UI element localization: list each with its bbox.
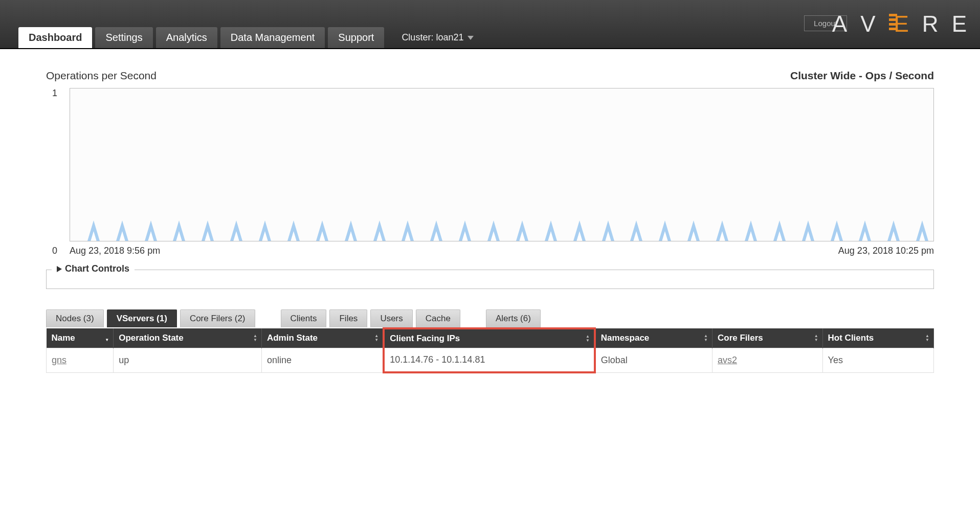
chevron-down-icon (467, 36, 474, 40)
cell-hot-clients: Yes (822, 348, 933, 373)
chart-title: Operations per Second (46, 70, 157, 82)
chart-spike (859, 220, 871, 241)
x-end: Aug 23, 2018 10:25 pm (838, 246, 934, 256)
chart-header: Operations per Second Cluster Wide - Ops… (46, 70, 934, 82)
chart-spike (802, 220, 814, 241)
chart-spike (831, 220, 843, 241)
sort-icon: ▲▼ (253, 335, 257, 342)
chart-spike (345, 220, 357, 241)
chart-spike (259, 220, 271, 241)
chart-spike (430, 220, 442, 241)
top-bar: Logout A V E R E DashboardSettingsAnalyt… (0, 0, 980, 49)
cluster-selector[interactable]: Cluster: loan21 (402, 32, 474, 48)
chart-spike (87, 220, 100, 241)
cell-namespace: Global (595, 348, 712, 373)
chart-spike (202, 220, 214, 241)
nav-tab-data-management[interactable]: Data Management (220, 27, 325, 48)
link-gns[interactable]: gns (52, 355, 66, 365)
col-client-facing-ips[interactable]: Client Facing IPs▲▼ (384, 328, 595, 348)
brand-logo: A V E R E (832, 11, 967, 37)
chart-spike (716, 220, 728, 241)
col-namespace[interactable]: Namespace▲▼ (595, 328, 712, 348)
chart-spike (916, 220, 928, 241)
subtabs: Nodes (3)VServers (1)Core Filers (2)Clie… (46, 309, 934, 327)
sort-icon: ▲▼ (704, 335, 708, 342)
nav-tab-support[interactable]: Support (328, 27, 384, 48)
y-tick: 1 (52, 88, 57, 99)
subtab-cache[interactable]: Cache (416, 309, 460, 327)
cell-client-facing-ips: 10.1.14.76 - 10.1.14.81 (384, 348, 595, 373)
nav-tab-settings[interactable]: Settings (95, 27, 152, 48)
sort-icon: ▲▼ (925, 335, 929, 342)
chart-controls: Chart Controls (46, 270, 934, 289)
subtab-nodes-3[interactable]: Nodes (3) (46, 309, 104, 327)
chart-series (70, 88, 933, 241)
chart-spike (173, 220, 185, 241)
sort-icon: ▲▼ (814, 335, 818, 342)
cell-admin-state: online (261, 348, 384, 373)
chart-spike (145, 220, 157, 241)
x-start: Aug 23, 2018 9:56 pm (70, 246, 160, 256)
cell-name: gns (47, 348, 114, 373)
chart-spike (573, 220, 586, 241)
chart-spike (773, 220, 786, 241)
link-avs2[interactable]: avs2 (718, 355, 737, 365)
cell-core-filers: avs2 (712, 348, 823, 373)
col-name[interactable]: Name▲▼ (47, 328, 114, 348)
chart-wrap: 1 0 Aug 23, 2018 9:56 pm Aug 23, 2018 10… (70, 88, 934, 256)
cell-operation-state: up (114, 348, 262, 373)
table-row: gnsuponline10.1.14.76 - 10.1.14.81Global… (47, 348, 934, 373)
table-header-row: Name▲▼Operation State▲▼Admin State▲▼Clie… (47, 328, 934, 348)
chart-spike (316, 220, 328, 241)
subtab-alerts-6[interactable]: Alerts (6) (486, 309, 541, 327)
nav-tab-analytics[interactable]: Analytics (156, 27, 217, 48)
sort-icon: ▲▼ (586, 335, 590, 342)
chart-controls-toggle[interactable]: Chart Controls (52, 263, 135, 274)
subtab-clients[interactable]: Clients (281, 309, 327, 327)
primary-nav: DashboardSettingsAnalyticsData Managemen… (18, 27, 474, 48)
chart-spike (687, 220, 700, 241)
table-body: gnsuponline10.1.14.76 - 10.1.14.81Global… (47, 348, 934, 373)
nav-tab-dashboard[interactable]: Dashboard (18, 27, 92, 48)
subtab-vservers-1[interactable]: VServers (1) (107, 309, 177, 327)
chart-spike (116, 220, 128, 241)
chart-spike (287, 220, 300, 241)
chart-spike (745, 220, 757, 241)
chart-spike (659, 220, 671, 241)
chart-spike (373, 220, 386, 241)
chart-x-axis: Aug 23, 2018 9:56 pm Aug 23, 2018 10:25 … (70, 241, 934, 256)
chart-subtitle: Cluster Wide - Ops / Second (790, 70, 934, 82)
chart-spike (545, 220, 557, 241)
col-hot-clients[interactable]: Hot Clients▲▼ (822, 328, 933, 348)
chart-spike (630, 220, 642, 241)
chart-y-axis: 1 0 (52, 88, 57, 256)
y-tick: 0 (52, 246, 57, 256)
chart-spike (402, 220, 414, 241)
chart-spike (887, 220, 900, 241)
sort-desc-icon: ▲▼ (105, 335, 109, 342)
sort-icon: ▲▼ (374, 335, 378, 342)
chart-spike (516, 220, 528, 241)
col-core-filers[interactable]: Core Filers▲▼ (712, 328, 823, 348)
chart-area[interactable] (70, 88, 934, 241)
chart-spike (230, 220, 242, 241)
subtab-files[interactable]: Files (329, 309, 367, 327)
logo-bars-icon (889, 14, 897, 30)
col-admin-state[interactable]: Admin State▲▼ (261, 328, 384, 348)
chart-spike (459, 220, 471, 241)
subtab-core-filers-2[interactable]: Core Filers (2) (180, 309, 255, 327)
cluster-label-text: Cluster: loan21 (402, 32, 463, 43)
subtab-users[interactable]: Users (370, 309, 412, 327)
chevron-right-icon (57, 266, 62, 272)
chart-spike (602, 220, 614, 241)
vservers-table: Name▲▼Operation State▲▼Admin State▲▼Clie… (46, 327, 934, 373)
chart-spike (487, 220, 500, 241)
col-operation-state[interactable]: Operation State▲▼ (114, 328, 262, 348)
page-content: Operations per Second Cluster Wide - Ops… (0, 49, 980, 404)
chart-controls-label: Chart Controls (65, 263, 129, 274)
